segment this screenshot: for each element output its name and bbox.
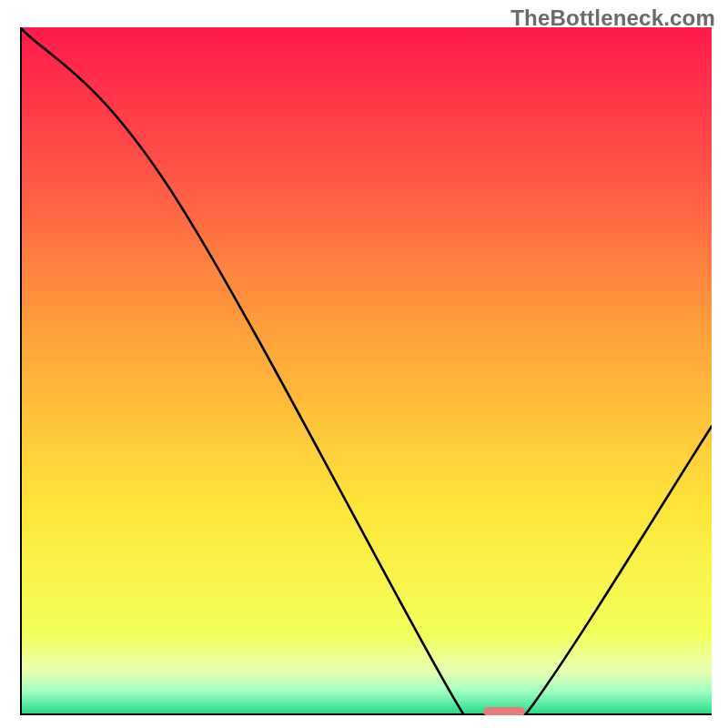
- plot-svg: [20, 27, 712, 715]
- watermark-label: TheBottleneck.com: [511, 5, 715, 31]
- gradient-background: [20, 27, 712, 715]
- chart-container: TheBottleneck.com: [0, 0, 728, 728]
- plot-area: [20, 27, 712, 715]
- optimal-range-marker: [483, 707, 525, 715]
